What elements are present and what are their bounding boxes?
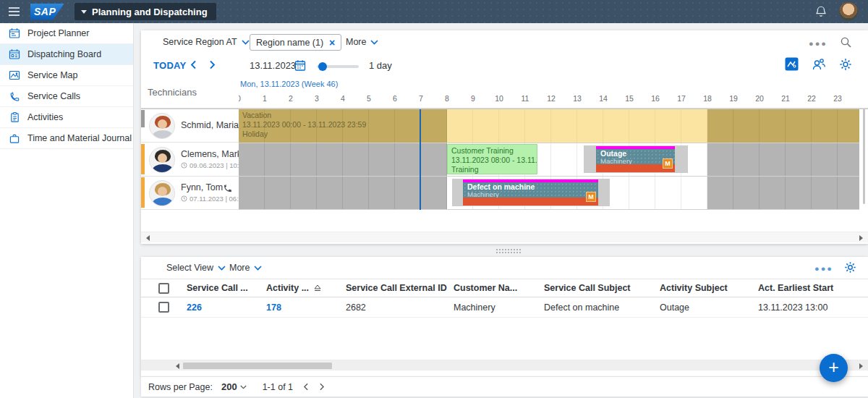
zoom-slider[interactable] [317, 65, 359, 68]
app-title-menu[interactable]: Planning and Dispatching [75, 3, 216, 20]
more-filters-select[interactable]: More [346, 37, 378, 47]
scrollbar-thumb[interactable] [183, 363, 332, 369]
outage-assignment[interactable]: Outage Machinery M [584, 145, 688, 173]
table-settings-gear-icon[interactable] [844, 261, 856, 274]
sidebar-nav: Project PlannerDispatching BoardService … [0, 23, 134, 398]
prev-page-button[interactable] [303, 383, 309, 391]
sidebar-item-label: Service Calls [27, 91, 80, 101]
sidebar-item-service-map[interactable]: Service Map [0, 65, 133, 86]
sidebar-item-project-planner[interactable]: Project Planner [0, 23, 133, 44]
column-header-7[interactable]: Act. Earliest Start [758, 283, 867, 293]
menu-button[interactable] [0, 0, 27, 23]
notifications-bell-icon[interactable] [814, 5, 827, 18]
user-avatar[interactable] [839, 2, 858, 21]
vacation-bar-segment[interactable] [447, 109, 707, 143]
chevron-down-icon [81, 10, 87, 14]
chevron-down-icon [240, 385, 247, 389]
gantt-toolbar: TODAY 13.11.2023 1 day [141, 55, 868, 77]
rows-per-page-select[interactable]: 200 [221, 381, 247, 392]
gantt-rows: Schmid, Maria Clemens, Mark 09.06.2023 |… [141, 109, 868, 209]
sort-icon [313, 284, 322, 292]
zoom-scale-label: 1 day [369, 60, 392, 71]
map-view-icon[interactable] [785, 57, 799, 71]
gantt-vertical-scrollbar[interactable] [863, 109, 866, 210]
scroll-right-icon[interactable] [859, 235, 863, 241]
zoom-slider-knob[interactable] [318, 62, 327, 71]
service-calls-icon [9, 90, 20, 102]
app-title: Planning and Dispatching [92, 7, 208, 17]
today-button[interactable]: TODAY [153, 60, 187, 71]
rows-per-page-value: 200 [221, 381, 237, 392]
table-cell: 13.11.2023 13:00 [758, 302, 867, 313]
phone-icon[interactable] [223, 183, 233, 193]
row-divider [239, 143, 859, 143]
chevron-down-icon [370, 40, 378, 45]
gantt-horizontal-scrollbar[interactable] [141, 232, 868, 242]
scroll-left-icon[interactable] [176, 363, 179, 369]
table-cell-link[interactable]: 178 [266, 302, 346, 313]
next-day-button[interactable] [209, 60, 216, 69]
sidebar-item-service-calls[interactable]: Service Calls [0, 86, 133, 107]
table-row[interactable]: 2261782682MachineryDefect on machineOuta… [141, 297, 868, 318]
vacation-bar-segment[interactable] [707, 109, 859, 143]
column-header-1[interactable]: Service Call ... [187, 283, 266, 293]
sidebar-item-dispatching-board[interactable]: Dispatching Board [0, 44, 133, 65]
splitter-drag-handle[interactable] [495, 248, 522, 253]
scroll-left-icon[interactable] [146, 235, 150, 241]
region-filter-chip[interactable]: Region name (1) × [250, 34, 341, 51]
hour-tick-label: 16 [651, 94, 660, 103]
defect-assignment[interactable]: Defect on machine Machinery M [452, 179, 610, 206]
table-cell-link[interactable]: 226 [187, 302, 266, 313]
avatar[interactable] [149, 180, 175, 206]
row-checkbox[interactable] [158, 302, 169, 313]
app-root: SAP Planning and Dispatching Project Pla… [0, 0, 868, 398]
non-working-time [239, 177, 447, 210]
search-icon[interactable] [840, 36, 852, 48]
clock-icon [181, 162, 187, 169]
next-page-button[interactable] [319, 383, 325, 391]
table-more-label: More [229, 263, 250, 273]
select-view-dropdown[interactable]: Select View [166, 263, 226, 273]
crew-icon[interactable] [812, 58, 826, 71]
hour-tick-label: 2 [289, 94, 293, 103]
hour-tick-label: 22 [807, 94, 816, 103]
prev-day-button[interactable] [190, 60, 197, 69]
hour-tick-label: 13 [573, 94, 582, 103]
technician-name: Clemens, Mark [181, 149, 242, 159]
sidebar-item-activities[interactable]: Activities [0, 107, 133, 128]
technician-row: Schmid, Maria [141, 109, 239, 143]
overflow-menu-icon[interactable]: ●●● [809, 39, 827, 48]
calendar-icon[interactable] [294, 59, 306, 72]
column-header-5[interactable]: Service Call Subject [544, 283, 660, 293]
column-header-2[interactable]: Activity ... [266, 283, 346, 293]
chip-remove-icon[interactable]: × [329, 38, 335, 48]
column-header-3[interactable]: Service Call External ID [346, 283, 454, 293]
table-horizontal-scrollbar[interactable] [141, 360, 868, 371]
region-filter-select[interactable]: Service Region AT [163, 37, 250, 47]
status-strip [463, 198, 598, 206]
column-header-6[interactable]: Activity Subject [660, 283, 758, 293]
assignment-badge: M [663, 158, 673, 169]
row-range-label: 1-1 of 1 [263, 382, 293, 392]
table-cell: Defect on machine [544, 302, 660, 313]
create-activity-fab[interactable]: + [820, 354, 848, 382]
select-all-checkbox[interactable] [158, 283, 169, 294]
gantt-settings-gear-icon[interactable] [839, 58, 852, 71]
avatar[interactable] [149, 147, 175, 173]
technician-name: Fynn, Tom [181, 182, 223, 192]
table-cell: Machinery [454, 302, 544, 313]
training-event-bar[interactable]: Customer Training 13.11.2023 08:00 - 13.… [447, 144, 537, 174]
chevron-down-icon [242, 40, 250, 45]
dispatching-board-panel: Service Region AT Region name (1) × More… [141, 30, 868, 244]
table-more-dropdown[interactable]: More [229, 263, 262, 273]
table-toolbar: Select View More ●●● [141, 257, 868, 279]
sidebar-item-time-and-material-journal[interactable]: Time and Material Journal [0, 128, 133, 149]
hour-tick-label: 1 [263, 94, 267, 103]
scroll-right-icon[interactable] [859, 363, 863, 369]
table-overflow-menu-icon[interactable]: ●●● [814, 264, 833, 273]
avatar[interactable] [149, 113, 175, 139]
hour-tick-label: 3 [315, 94, 319, 103]
column-header-4[interactable]: Customer Na... [454, 283, 544, 293]
date-field[interactable]: 13.11.2023 [250, 60, 296, 71]
technician-name: Schmid, Maria [181, 120, 239, 130]
